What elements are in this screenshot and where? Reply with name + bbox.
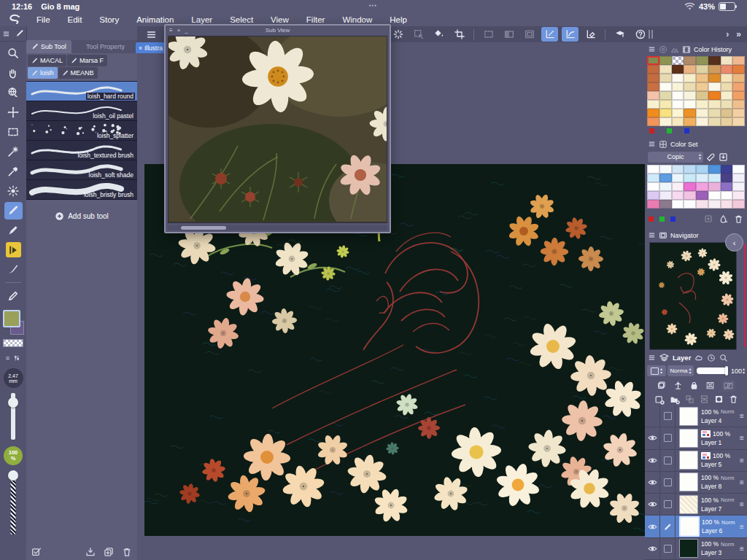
color-swatch[interactable] [684,91,696,100]
enable-mask-icon[interactable] [721,380,735,392]
color-set-preset-dropdown[interactable]: Copic ▴▾ [648,152,703,163]
color-swatch[interactable] [696,165,708,174]
color-swatch[interactable] [659,165,672,174]
color-swatch[interactable] [684,74,696,82]
color-swatch[interactable] [672,65,684,74]
frame-button[interactable] [521,27,538,42]
color-swatch[interactable] [659,82,672,91]
materials-button[interactable] [611,27,628,42]
layer-row-layer-6[interactable]: 100 %NormLayer 6≡ [645,516,747,537]
color-swatch[interactable] [696,91,708,100]
delete-layer-icon[interactable] [729,394,738,404]
layer-drag-handle[interactable]: ≡ [737,523,747,531]
brush-item[interactable]: loish_bristly brush [26,180,137,200]
color-swatch[interactable] [672,174,684,182]
duplicate-sub-tool-icon[interactable] [104,547,114,557]
toolbar-menu-icon[interactable] [2,30,10,38]
sub-view-minimize-icon[interactable]: _ [185,27,187,34]
layer-visibility-toggle[interactable] [645,427,660,448]
layer-menu-icon[interactable] [648,354,656,362]
crop-button[interactable] [451,27,468,42]
loading-button[interactable] [390,27,406,42]
color-swatch[interactable] [647,117,659,126]
decoration-tool-button[interactable] [4,182,23,200]
color-set-menu-icon[interactable] [648,140,656,148]
color-swatch[interactable] [696,182,708,191]
layer-visibility-toggle[interactable] [645,405,660,427]
main-color-swatch[interactable] [3,310,20,327]
color-swatch[interactable] [659,182,672,191]
layer-visibility-toggle[interactable] [645,472,660,493]
color-swatch[interactable] [647,174,659,182]
color-swatch[interactable] [647,100,659,109]
color-swatch[interactable] [672,182,684,191]
color-swatch[interactable] [672,191,684,200]
color-swatch[interactable] [696,56,708,65]
layer-checkbox[interactable] [660,405,676,427]
color-swatch[interactable] [684,56,696,65]
layer-opacity-slider[interactable] [697,368,728,374]
color-swatch[interactable] [647,200,659,209]
color-swatch[interactable] [672,82,684,91]
color-swatch[interactable] [732,91,745,100]
command-menu-icon[interactable] [143,28,159,41]
fill-button[interactable] [430,27,447,42]
color-swatch[interactable] [696,191,708,200]
move-tool-button[interactable] [4,104,23,121]
sub-view-window[interactable]: ≡ × _ Sub View [164,24,391,233]
layer-thumbnail[interactable] [679,472,698,491]
layer-property-tab-icon[interactable] [694,354,703,362]
color-swatch[interactable] [732,165,745,174]
sub-view-close-icon[interactable]: × [177,27,181,34]
brush-item[interactable]: loish_soft shade [26,160,137,180]
sub-view-titlebar[interactable]: ≡ × _ Sub View [166,26,390,35]
brush-item[interactable]: loish_splatter [26,121,137,141]
marker-tool-button[interactable] [4,222,23,239]
layer-checkbox[interactable] [660,472,676,493]
navigator-thumbnail[interactable] [649,242,737,350]
color-swatch[interactable] [647,165,659,174]
color-swatch[interactable] [721,74,733,82]
brush-group-meanb[interactable]: MEANB [58,67,98,79]
import-sub-tool-icon[interactable] [85,547,96,557]
color-swatch[interactable] [672,91,684,100]
color-swatch[interactable] [659,109,672,117]
mini-menu-icon[interactable]: ≡ [6,354,9,362]
color-swatch[interactable] [659,174,672,182]
panel-overflow-icon[interactable]: » [736,29,741,39]
layer-thumbnail[interactable] [679,539,698,558]
color-swatch[interactable] [684,191,696,200]
brush-item[interactable]: loish_textured brush [26,141,137,160]
menu-story[interactable]: Story [90,15,128,24]
menu-layer[interactable]: Layer [182,15,221,24]
operation-tool-button[interactable] [4,84,23,101]
color-swatch[interactable] [732,191,745,200]
reference-layer-icon[interactable] [673,381,683,390]
color-swatch[interactable] [721,82,733,91]
color-swatch[interactable] [732,65,745,74]
color-swatch[interactable] [732,117,745,126]
color-wheel-tab-icon[interactable] [659,45,667,54]
layer-row-layer-1[interactable]: 100 %Layer 1≡ [645,427,747,449]
pen-tool-button[interactable] [4,202,23,219]
color-swatch[interactable] [672,117,684,126]
color-swatch[interactable] [721,56,733,65]
layer-drag-handle[interactable]: ≡ [737,545,747,553]
new-folder-icon[interactable] [670,394,680,405]
layer-row-layer-5[interactable]: 100 %Layer 5≡ [645,450,747,472]
menu-window[interactable]: Window [333,15,381,24]
menu-select[interactable]: Select [221,15,262,24]
color-swatch[interactable] [708,74,721,82]
eyedropper-tool-button[interactable] [4,163,23,180]
color-swatch[interactable] [721,182,733,191]
add-color-icon[interactable] [719,214,728,224]
layer-drag-handle[interactable]: ≡ [737,500,747,508]
color-swatch[interactable] [708,56,721,65]
replace-color-icon[interactable] [704,214,713,223]
color-swatch[interactable] [708,200,721,209]
color-swatch[interactable] [708,82,721,91]
color-swatch[interactable] [684,65,696,74]
layer-visibility-toggle[interactable] [645,516,660,537]
color-swatch[interactable] [647,82,659,91]
color-swatch[interactable] [732,200,745,209]
